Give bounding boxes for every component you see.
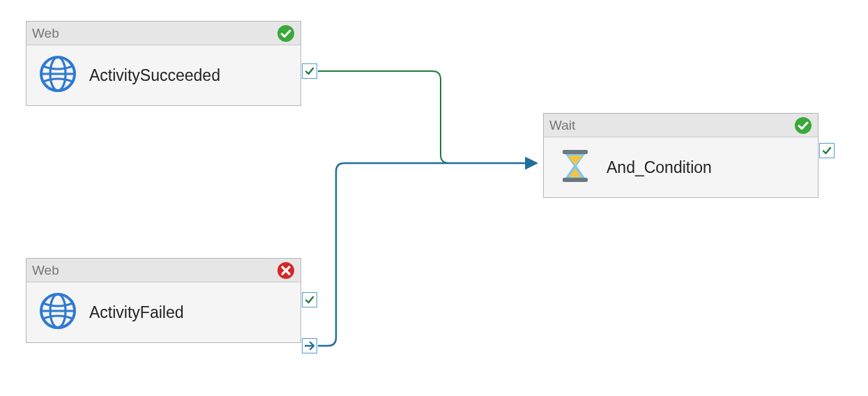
node-type-label: Web xyxy=(32,263,59,278)
output-port-success[interactable] xyxy=(819,143,835,158)
activity-failed-node[interactable]: Web ActivityFailed xyxy=(26,258,301,343)
svg-point-0 xyxy=(277,25,294,42)
success-status-icon xyxy=(277,24,295,43)
success-status-icon xyxy=(794,116,812,135)
node-header: Wait xyxy=(544,114,818,137)
svg-point-9 xyxy=(795,117,812,134)
wait-and-condition-node[interactable]: Wait And_Condition xyxy=(543,113,818,198)
node-type-label: Web xyxy=(32,26,59,41)
pipeline-canvas[interactable]: Web ActivitySucceeded xyxy=(0,0,868,396)
node-type-label: Wait xyxy=(549,118,575,133)
output-port-success[interactable] xyxy=(302,292,317,307)
output-port-completion[interactable] xyxy=(302,338,317,353)
node-header: Web xyxy=(26,259,300,282)
node-name-label: And_Condition xyxy=(607,158,712,177)
node-body: And_Condition xyxy=(544,137,818,197)
error-status-icon xyxy=(277,261,295,280)
connector-failed-to-wait xyxy=(318,163,537,346)
globe-icon xyxy=(39,292,77,333)
node-body: ActivitySucceeded xyxy=(26,45,300,105)
hourglass-icon xyxy=(556,147,594,188)
node-header: Web xyxy=(26,22,300,45)
svg-rect-10 xyxy=(563,150,588,154)
globe-icon xyxy=(39,55,77,96)
node-name-label: ActivityFailed xyxy=(89,303,183,322)
connector-succeeded-to-wait xyxy=(318,71,537,163)
node-name-label: ActivitySucceeded xyxy=(89,66,220,85)
node-body: ActivityFailed xyxy=(26,282,300,342)
activity-succeeded-node[interactable]: Web ActivitySucceeded xyxy=(26,21,301,106)
output-port-success[interactable] xyxy=(302,63,317,79)
svg-rect-11 xyxy=(563,178,588,182)
